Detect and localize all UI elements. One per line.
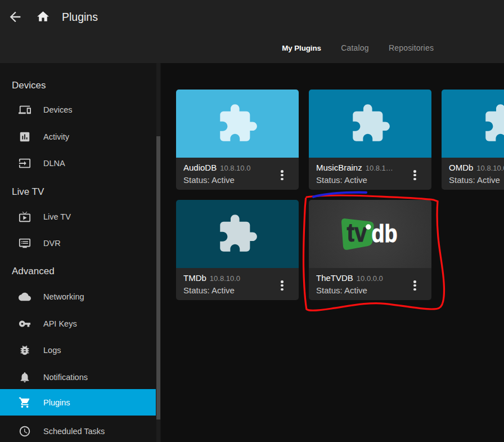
svg-text:tv: tv: [347, 217, 367, 247]
svg-text:db: db: [372, 219, 398, 248]
